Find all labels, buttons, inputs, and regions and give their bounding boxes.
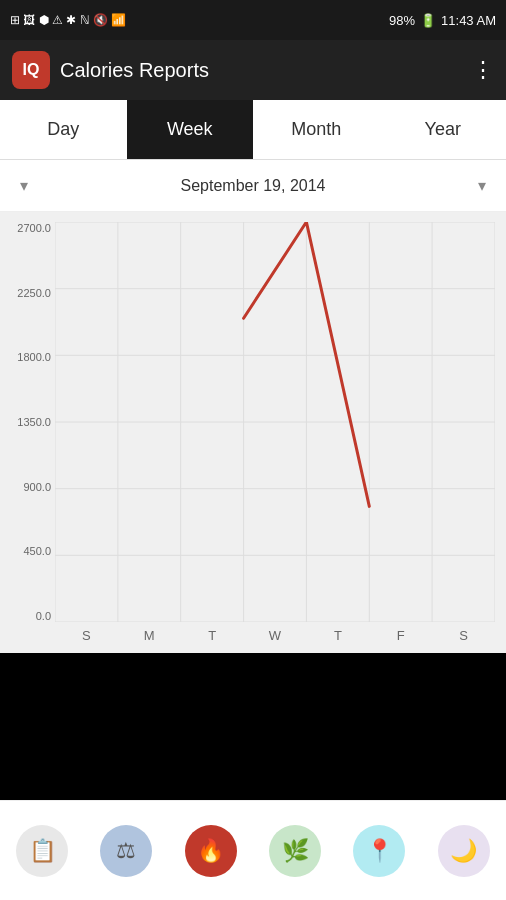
status-left-icons: ⊞ 🖼 ⬢ ⚠ ✱ ℕ 🔇 📶 [10,13,126,27]
y-label-4: 900.0 [3,481,51,493]
date-navigation: ▾ September 19, 2014 ▾ [0,160,506,212]
battery-text: 98% [389,13,415,28]
chart-area: 2700.0 2250.0 1800.0 1350.0 900.0 450.0 … [0,212,506,653]
next-date-button[interactable]: ▾ [478,176,486,195]
tab-year[interactable]: Year [380,100,507,159]
y-label-0: 2700.0 [3,222,51,234]
x-label-s1: S [55,628,118,643]
current-date: September 19, 2014 [28,177,478,195]
x-label-s2: S [432,628,495,643]
y-label-3: 1350.0 [3,416,51,428]
y-label-2: 1800.0 [3,351,51,363]
clipboard-icon: 📋 [29,838,56,864]
scale-icon: ⚖ [116,838,136,864]
more-menu-button[interactable]: ⋮ [472,57,494,83]
nav-moon-button[interactable]: 🌙 [438,825,490,877]
nav-clipboard-button[interactable]: 📋 [16,825,68,877]
x-label-t1: T [181,628,244,643]
battery-icon: 🔋 [420,13,436,28]
status-bar: ⊞ 🖼 ⬢ ⚠ ✱ ℕ 🔇 📶 98% 🔋 11:43 AM [0,0,506,40]
y-axis-labels: 2700.0 2250.0 1800.0 1350.0 900.0 450.0 … [3,222,51,622]
x-axis-labels: S M T W T F S [55,622,495,643]
y-label-5: 450.0 [3,545,51,557]
pin-icon: 📍 [366,838,393,864]
app-logo: IQ [12,51,50,89]
nav-scale-button[interactable]: ⚖ [100,825,152,877]
tab-day[interactable]: Day [0,100,127,159]
chart-container: 2700.0 2250.0 1800.0 1350.0 900.0 450.0 … [55,222,495,622]
nav-pin-button[interactable]: 📍 [353,825,405,877]
chart-svg [55,222,495,622]
nav-leaf-button[interactable]: 🌿 [269,825,321,877]
moon-icon: 🌙 [450,838,477,864]
app-bar-left: IQ Calories Reports [12,51,209,89]
x-label-w: W [244,628,307,643]
app-title: Calories Reports [60,59,209,82]
status-icons: ⊞ 🖼 ⬢ ⚠ ✱ ℕ 🔇 📶 [10,13,126,27]
x-label-t2: T [306,628,369,643]
fire-icon: 🔥 [197,838,224,864]
x-label-m: M [118,628,181,643]
leaf-icon: 🌿 [282,838,309,864]
y-label-6: 0.0 [3,610,51,622]
bottom-navigation: 📋 ⚖ 🔥 🌿 📍 🌙 [0,800,506,900]
time-text: 11:43 AM [441,13,496,28]
app-bar: IQ Calories Reports ⋮ [0,40,506,100]
tab-week[interactable]: Week [127,100,254,159]
nav-fire-button[interactable]: 🔥 [185,825,237,877]
x-label-f: F [369,628,432,643]
prev-date-button[interactable]: ▾ [20,176,28,195]
tab-month[interactable]: Month [253,100,380,159]
y-label-1: 2250.0 [3,287,51,299]
tab-bar: Day Week Month Year [0,100,506,160]
status-right-info: 98% 🔋 11:43 AM [389,13,496,28]
